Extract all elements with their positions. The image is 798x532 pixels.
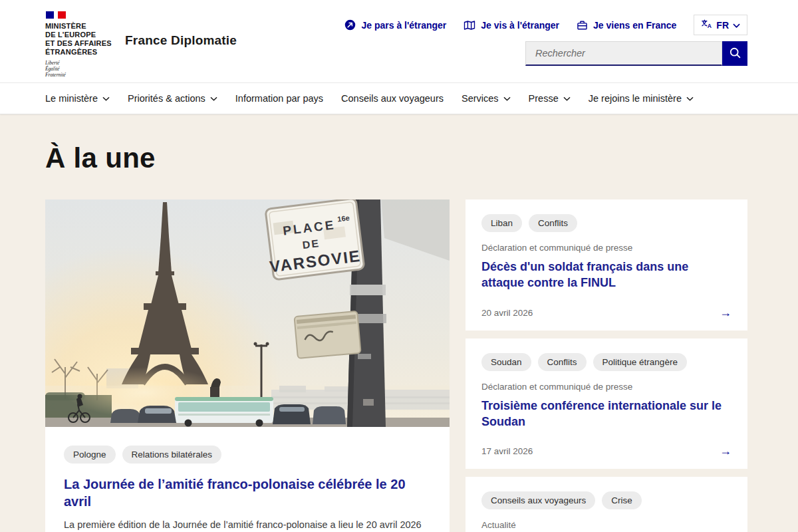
news-tags: Conseils aux voyageurs Crise bbox=[481, 491, 732, 509]
featured-tags: Pologne Relations bilatérales bbox=[64, 446, 431, 464]
chevron-down-icon bbox=[563, 93, 571, 104]
tag-conseils-aux-voyageurs[interactable]: Conseils aux voyageurs bbox=[481, 491, 595, 509]
link-je-viens-en-france[interactable]: Je viens en France bbox=[577, 20, 676, 31]
tag-soudan[interactable]: Soudan bbox=[481, 353, 531, 371]
ministry-name: MINISTÈRE DE L'EUROPE ET DES AFFAIRES ÉT… bbox=[45, 22, 132, 57]
departure-circle-icon bbox=[344, 19, 356, 31]
chevron-down-icon bbox=[733, 20, 740, 31]
tag-relations-bilaterales[interactable]: Relations bilatérales bbox=[122, 446, 222, 464]
nav-item-le-ministere[interactable]: Le ministère bbox=[45, 93, 110, 104]
link-je-vis-a-letranger[interactable]: Je vis à l'étranger bbox=[464, 20, 559, 31]
tag-crise[interactable]: Crise bbox=[602, 491, 642, 509]
chevron-down-icon bbox=[503, 93, 511, 104]
arrow-right-icon[interactable]: → bbox=[720, 307, 732, 319]
nav-item-information-par-pays[interactable]: Information par pays bbox=[235, 93, 323, 104]
chevron-down-icon bbox=[102, 93, 110, 104]
news-title[interactable]: Troisième conférence internationale sur … bbox=[481, 398, 732, 430]
news-title[interactable]: Décès d'un soldat français dans une atta… bbox=[481, 259, 732, 291]
featured-photo-eiffel-tower: PLACE 16e DE VARSOVIE bbox=[45, 200, 450, 427]
republic-motto: Liberté Égalité Fraternité bbox=[45, 60, 132, 78]
news-date: 20 avril 2026 bbox=[481, 308, 533, 318]
language-selector[interactable]: A FR bbox=[694, 15, 747, 35]
french-flag-icon bbox=[46, 11, 67, 19]
news-tags: Liban Conflits bbox=[481, 214, 732, 232]
chevron-down-icon bbox=[210, 93, 217, 104]
featured-article-excerpt: La première édition de la Journée de l’a… bbox=[64, 518, 423, 532]
page-title: À la une bbox=[0, 114, 798, 174]
nav-item-conseils-aux-voyageurs[interactable]: Conseils aux voyageurs bbox=[341, 93, 444, 104]
tag-conflits[interactable]: Conflits bbox=[538, 353, 587, 371]
featured-article-card[interactable]: PLACE 16e DE VARSOVIE Pologne Relations … bbox=[45, 200, 450, 532]
svg-text:A: A bbox=[708, 23, 712, 29]
nav-label: Information par pays bbox=[235, 93, 323, 104]
news-footer: 20 avril 2026 → bbox=[481, 307, 732, 319]
news-card-finul[interactable]: Liban Conflits Déclaration et communiqué… bbox=[466, 200, 747, 331]
content-grid: PLACE 16e DE VARSOVIE Pologne Relations … bbox=[0, 200, 798, 532]
news-footer: 17 avril 2026 → bbox=[481, 445, 732, 457]
search-button[interactable] bbox=[722, 41, 747, 66]
news-sidebar: Liban Conflits Déclaration et communiqué… bbox=[466, 200, 747, 532]
site-header: MINISTÈRE DE L'EUROPE ET DES AFFAIRES ÉT… bbox=[0, 0, 798, 82]
arrow-right-icon[interactable]: → bbox=[720, 445, 732, 457]
search-input[interactable] bbox=[525, 41, 722, 66]
news-card-soudan[interactable]: Soudan Conflits Politique étrangère Décl… bbox=[466, 338, 747, 469]
tag-pologne[interactable]: Pologne bbox=[64, 446, 116, 464]
street-sign: PLACE 16e DE VARSOVIE bbox=[263, 200, 364, 280]
quick-links: Je pars à l'étranger Je vis à l'étranger… bbox=[344, 15, 747, 35]
nav-item-presse[interactable]: Presse bbox=[529, 93, 571, 104]
map-icon bbox=[464, 20, 475, 31]
nav-label: Priorités & actions bbox=[128, 93, 205, 104]
tag-conflits[interactable]: Conflits bbox=[529, 214, 577, 232]
news-date: 17 avril 2026 bbox=[481, 446, 533, 456]
search-bar bbox=[525, 41, 747, 66]
site-title[interactable]: France Diplomatie bbox=[125, 33, 237, 48]
featured-article-body: Pologne Relations bilatérales La Journée… bbox=[45, 427, 450, 532]
main-nav: Le ministère Priorités & actions Informa… bbox=[0, 82, 798, 114]
nav-label: Conseils aux voyageurs bbox=[341, 93, 444, 104]
news-category: Actualité bbox=[481, 520, 732, 530]
language-code: FR bbox=[716, 20, 729, 31]
translate-icon: A bbox=[701, 19, 712, 31]
nav-item-services[interactable]: Services bbox=[462, 93, 511, 104]
news-category: Déclaration et communiqué de presse bbox=[481, 382, 732, 392]
quick-link-label: Je pars à l'étranger bbox=[361, 20, 446, 31]
svg-text:DE: DE bbox=[302, 237, 321, 251]
quick-link-label: Je vis à l'étranger bbox=[481, 20, 559, 31]
nav-label: Services bbox=[462, 93, 499, 104]
main-content: À la une bbox=[0, 114, 798, 532]
chevron-down-icon bbox=[686, 93, 694, 104]
gouvernement-logo[interactable]: MINISTÈRE DE L'EUROPE ET DES AFFAIRES ÉT… bbox=[45, 11, 132, 78]
search-icon bbox=[729, 47, 741, 61]
svg-text:16e: 16e bbox=[337, 213, 350, 223]
link-je-pars-a-letranger[interactable]: Je pars à l'étranger bbox=[344, 19, 446, 31]
news-tags: Soudan Conflits Politique étrangère bbox=[481, 353, 732, 371]
nav-label: Le ministère bbox=[45, 93, 98, 104]
nav-item-je-rejoins-le-ministere[interactable]: Je rejoins le ministère bbox=[589, 93, 694, 104]
news-category: Déclaration et communiqué de presse bbox=[481, 243, 732, 253]
tag-politique-etrangere[interactable]: Politique étrangère bbox=[593, 353, 687, 371]
header-right: Je pars à l'étranger Je vis à l'étranger… bbox=[344, 15, 747, 66]
tag-liban[interactable]: Liban bbox=[481, 214, 522, 232]
quick-link-label: Je viens en France bbox=[593, 20, 676, 31]
page: MINISTÈRE DE L'EUROPE ET DES AFFAIRES ÉT… bbox=[0, 0, 798, 532]
news-card-conseils-voyageurs[interactable]: Conseils aux voyageurs Crise Actualité bbox=[466, 477, 747, 532]
nav-item-priorites-actions[interactable]: Priorités & actions bbox=[128, 93, 217, 104]
briefcase-icon bbox=[577, 20, 588, 31]
featured-article-title[interactable]: La Journée de l’amitié franco-polonaise … bbox=[64, 475, 431, 510]
nav-label: Presse bbox=[529, 93, 559, 104]
nav-label: Je rejoins le ministère bbox=[589, 93, 682, 104]
